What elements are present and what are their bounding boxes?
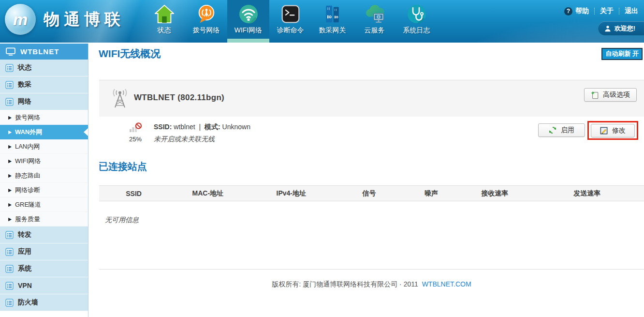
sidebar-item-wifi-network[interactable]: ▶ WIFI网络: [0, 154, 88, 168]
sidebar-item-vpn[interactable]: VPN: [0, 277, 88, 294]
list-icon: [5, 299, 14, 307]
sidebar-item-qos[interactable]: ▶ 服务质量: [0, 212, 88, 226]
sidebar-item-system[interactable]: 系统: [0, 260, 88, 277]
sidebar-item-label: 数采: [18, 80, 31, 89]
sidebar-item-gre-tunnel[interactable]: ▶ GRE隧道: [0, 197, 88, 212]
sidebar-item-label: 网络: [18, 97, 31, 106]
sidebar-item-label: WIFI网络: [15, 157, 41, 166]
nav-tab-label: WIFI网络: [234, 26, 263, 35]
nav-tab-cloud-service[interactable]: 云服务: [353, 0, 395, 43]
nav-tab-label: 云服务: [365, 26, 385, 35]
advanced-options-button[interactable]: 高级选项: [584, 88, 637, 102]
sidebar-item-label: 拨号网络: [15, 113, 40, 122]
ssid-label: SSID:: [154, 123, 172, 131]
caret-right-icon: ▶: [8, 202, 12, 207]
caret-right-icon: ▶: [8, 130, 12, 135]
sidebar-item-lan[interactable]: ▶ LAN内网: [0, 139, 88, 154]
footer-copyright: 版权所有: 厦门物通博联网络科技有限公司 · 2011 WTBLNET.COM: [99, 280, 644, 289]
about-link[interactable]: 关于: [600, 7, 614, 15]
sidebar-item-forwarding[interactable]: 转发: [0, 226, 88, 243]
caret-right-icon: ▶: [8, 216, 12, 222]
monitor-icon: [6, 47, 15, 56]
about-link-label: 关于: [600, 7, 614, 15]
sidebar-item-label: 静态路由: [15, 171, 40, 180]
wifi-radio-row: 25% SSID: wtblnet | 模式: Unknown 未开启或未关联无…: [99, 121, 644, 150]
radio-status-text: 未开启或未关联无线: [154, 135, 250, 144]
help-link[interactable]: ? 帮助: [564, 7, 589, 15]
sidebar-item-label: 状态: [18, 63, 31, 72]
modify-button-label: 修改: [612, 126, 626, 135]
nav-tab-wifi-network[interactable]: WIFI网络: [227, 0, 269, 43]
nav-tab-label: 状态: [158, 26, 171, 35]
nav-tab-label: 拨号网络: [193, 26, 220, 35]
caret-right-icon: ▶: [8, 115, 12, 120]
sidebar-item-firewall[interactable]: 防火墙: [0, 294, 88, 311]
dial-network-icon: [196, 2, 217, 25]
auto-refresh-toggle[interactable]: 自动刷新 开: [601, 48, 643, 60]
topbar-separator: [594, 8, 595, 15]
column-header-rx-rate: 接收速率: [459, 189, 530, 198]
stations-section-title: 已连接站点: [99, 160, 147, 173]
brand-logo: m 物通博联: [5, 4, 125, 35]
nav-tab-dial-network[interactable]: 拨号网络: [185, 0, 227, 43]
sidebar-device-header: WTBLNET: [0, 44, 88, 60]
sidebar-item-wan[interactable]: ▶ WAN外网: [0, 125, 88, 139]
home-icon: [154, 2, 175, 25]
help-icon: ?: [564, 7, 572, 15]
signal-percent: 25%: [124, 136, 146, 143]
caret-right-icon: ▶: [8, 158, 12, 164]
topbar-links: ? 帮助 关于 退出: [564, 7, 638, 15]
main-content: WIFI无线概况 自动刷新 开 WTBLNET (802.11bgn) 高级选项…: [89, 44, 644, 317]
column-header-signal: 信号: [335, 189, 403, 198]
wifi-icon: [238, 2, 259, 25]
user-icon: [604, 25, 611, 32]
brand-logo-glyph: m: [13, 11, 28, 28]
nav-tab-diagnostic-commands[interactable]: 诊断命令: [269, 0, 311, 43]
antenna-tower-icon: [110, 88, 130, 110]
column-header-ipv4: IPv4-地址: [248, 189, 335, 198]
nav-tab-system-log[interactable]: 系统日志: [395, 0, 438, 43]
gateway-servers-icon: [323, 2, 342, 25]
welcome-badge: 欢迎您!: [598, 21, 644, 35]
sidebar-item-data-acquisition[interactable]: 数采: [0, 76, 88, 93]
signal-disabled-icon: [129, 126, 142, 134]
sidebar-item-label: 应用: [18, 247, 31, 256]
column-header-noise: 噪声: [403, 189, 459, 198]
advanced-options-label: 高级选项: [603, 91, 630, 99]
app-header: m 物通博联 状态 拨号网络 WIFI网络 诊断命令: [0, 0, 644, 43]
radio-info: SSID: wtblnet | 模式: Unknown 未开启或未关联无线: [154, 123, 250, 144]
topbar-separator: [619, 8, 619, 15]
ssid-value: wtblnet: [174, 123, 195, 131]
nav-tab-data-gateway[interactable]: 数采网关: [311, 0, 353, 43]
system-log-icon: [406, 2, 427, 25]
enable-button-label: 启用: [561, 126, 574, 135]
brand-logo-icon: m: [5, 4, 36, 35]
list-icon: [5, 265, 14, 273]
sidebar-item-static-route[interactable]: ▶ 静态路由: [0, 168, 88, 183]
page-title: WIFI无线概况: [99, 47, 161, 60]
sidebar-item-network-diagnostics[interactable]: ▶ 网络诊断: [0, 183, 88, 197]
column-header-ssid: SSID: [99, 190, 168, 197]
enable-button[interactable]: 启用: [538, 123, 585, 137]
footer-divider: [99, 269, 644, 270]
sidebar-item-network[interactable]: 网络: [0, 93, 88, 110]
mode-label: 模式:: [205, 123, 220, 131]
caret-right-icon: ▶: [8, 187, 12, 193]
sidebar-item-label: 网络诊断: [15, 186, 40, 195]
sidebar-item-status[interactable]: 状态: [0, 60, 88, 76]
sidebar-item-applications[interactable]: 应用: [0, 243, 88, 260]
copyright-text: 版权所有: 厦门物通博联网络科技有限公司 · 2011: [272, 280, 418, 288]
brand-name: 物通博联: [44, 9, 125, 30]
page-plus-icon: [591, 91, 599, 99]
sidebar-item-label: WAN外网: [15, 128, 42, 136]
modify-button[interactable]: 修改: [591, 124, 635, 137]
sidebar-item-label: 转发: [18, 230, 31, 239]
nav-tab-status[interactable]: 状态: [143, 0, 185, 43]
sidebar-item-label: LAN内网: [15, 142, 40, 151]
footer-link[interactable]: WTBLNET.COM: [422, 280, 471, 288]
signal-indicator: 25%: [124, 122, 146, 143]
sidebar-item-dial-network[interactable]: ▶ 拨号网络: [0, 110, 88, 125]
logout-link[interactable]: 退出: [625, 7, 638, 15]
sidebar-device-title: WTBLNET: [20, 47, 59, 56]
sidebar: WTBLNET 状态 数采 网络 ▶ 拨号网络 ▶ WAN外网 ▶ LAN内网 …: [0, 44, 88, 317]
